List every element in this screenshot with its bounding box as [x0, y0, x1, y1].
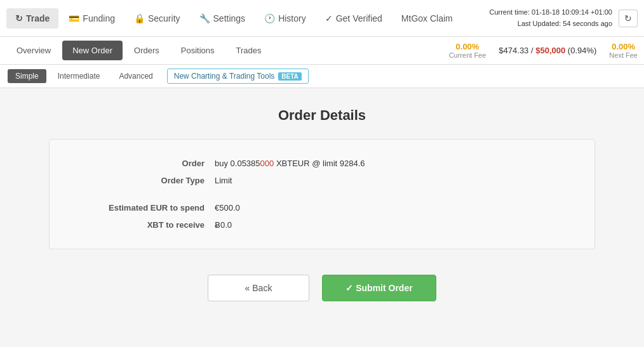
order-value: buy 0.05385000 XBTEUR @ limit 9284.6 — [215, 159, 365, 168]
nav-mtgoxclaim[interactable]: MtGox Claim — [392, 8, 462, 29]
security-icon: 🔒 — [134, 13, 145, 23]
time-info: Current time: 01-18-18 10:09:14 +01:00 L… — [489, 7, 612, 29]
settings-icon: 🔧 — [199, 13, 210, 23]
page-title: Order Details — [49, 107, 595, 124]
nav-security-label: Security — [148, 13, 180, 23]
order-value-highlight: 000 — [260, 159, 274, 168]
order-label: Order — [75, 159, 215, 168]
nav-security[interactable]: 🔒 Security — [125, 8, 189, 29]
nav-trade-label: Trade — [26, 13, 50, 23]
sec-nav-positions[interactable]: Positions — [171, 41, 225, 60]
secondary-nav: Overview New Order Orders Positions Trad… — [0, 37, 644, 65]
nav-funding-label: Funding — [83, 13, 115, 23]
order-value-main: buy 0.05385 — [215, 159, 260, 168]
sec-nav-orders[interactable]: Orders — [124, 41, 170, 60]
next-fee-box: 0.00% Next Fee — [609, 42, 638, 59]
beta-badge: BETA — [278, 72, 301, 81]
trade-icon: ↻ — [15, 13, 23, 23]
nav-history-label: History — [278, 13, 306, 23]
nav-mtgoxclaim-label: MtGox Claim — [401, 13, 453, 23]
funding-icon: 💳 — [69, 13, 79, 23]
last-updated-label: Last Updated: — [518, 20, 561, 27]
order-row: Order buy 0.05385000 XBTEUR @ limit 9284… — [75, 159, 569, 168]
sec-nav-links: Overview New Order Orders Positions Trad… — [6, 41, 449, 60]
top-nav-right: Current time: 01-18-18 10:09:14 +01:00 L… — [489, 7, 638, 29]
order-details-box: Order buy 0.05385000 XBTEUR @ limit 9284… — [49, 139, 595, 249]
balance-pct: (0.94%) — [568, 46, 597, 55]
button-row: « Back ✓ Submit Order — [49, 275, 595, 301]
current-time-value: 01-18-18 10:09:14 +01:00 — [532, 8, 612, 16]
last-updated-value: 54 seconds ago — [563, 20, 612, 27]
estimated-eur-row: Estimated EUR to spend €500.0 — [75, 203, 569, 213]
nav-getverified[interactable]: ✓ Get Verified — [316, 8, 391, 29]
mode-tab-intermediate[interactable]: Intermediate — [50, 69, 108, 83]
mode-tab-advanced[interactable]: Advanced — [111, 69, 160, 83]
history-icon: 🕐 — [264, 13, 275, 23]
verified-icon: ✓ — [325, 13, 333, 23]
top-nav-links: ↻ Trade 💳 Funding 🔒 Security 🔧 Settings … — [6, 8, 489, 29]
mode-bar: Simple Intermediate Advanced New Chartin… — [0, 65, 644, 88]
next-fee-label: Next Fee — [609, 51, 638, 59]
next-fee-pct: 0.00% — [609, 42, 638, 51]
estimated-eur-value: €500.0 — [215, 203, 240, 213]
charting-button[interactable]: New Charting & Trading Tools BETA — [167, 69, 309, 84]
sec-nav-overview[interactable]: Overview — [6, 41, 61, 60]
balance-limit: $50,000 — [535, 46, 565, 55]
main-content: Order Details Order buy 0.05385000 XBTEU… — [36, 88, 608, 314]
balance-box: $474.33 / $50,000 (0.94%) — [499, 46, 596, 55]
refresh-button[interactable]: ↻ — [619, 10, 638, 27]
order-value-suffix: XBTEUR @ limit 9284.6 — [274, 159, 365, 168]
xbt-row: XBT to receive Ƀ0.0 — [75, 220, 569, 230]
current-fee-label: Current Fee — [449, 51, 486, 59]
charting-label: New Charting & Trading Tools — [174, 72, 275, 81]
submit-order-button[interactable]: ✓ Submit Order — [322, 275, 436, 301]
xbt-label: XBT to receive — [75, 220, 215, 230]
current-fee-pct: 0.00% — [449, 42, 486, 51]
back-button[interactable]: « Back — [208, 275, 309, 301]
order-type-label: Order Type — [75, 176, 215, 185]
xbt-value: Ƀ0.0 — [215, 220, 232, 230]
sec-nav-trades[interactable]: Trades — [226, 41, 272, 60]
nav-trade[interactable]: ↻ Trade — [6, 8, 58, 29]
nav-settings[interactable]: 🔧 Settings — [191, 8, 255, 29]
nav-getverified-label: Get Verified — [336, 13, 382, 23]
order-type-row: Order Type Limit — [75, 176, 569, 185]
current-fee-box: 0.00% Current Fee — [449, 42, 486, 59]
top-nav: ↻ Trade 💳 Funding 🔒 Security 🔧 Settings … — [0, 0, 644, 37]
nav-history[interactable]: 🕐 History — [255, 8, 315, 29]
mode-tab-simple[interactable]: Simple — [8, 69, 46, 83]
order-type-value: Limit — [215, 176, 232, 185]
estimated-eur-label: Estimated EUR to spend — [75, 203, 215, 213]
sec-nav-neworder[interactable]: New Order — [62, 41, 123, 60]
nav-settings-label: Settings — [213, 13, 246, 23]
fee-section: 0.00% Current Fee $474.33 / $50,000 (0.9… — [449, 42, 638, 59]
balance-current: $474.33 — [499, 46, 528, 55]
current-time-label: Current time: — [489, 8, 530, 16]
nav-funding[interactable]: 💳 Funding — [60, 8, 124, 29]
